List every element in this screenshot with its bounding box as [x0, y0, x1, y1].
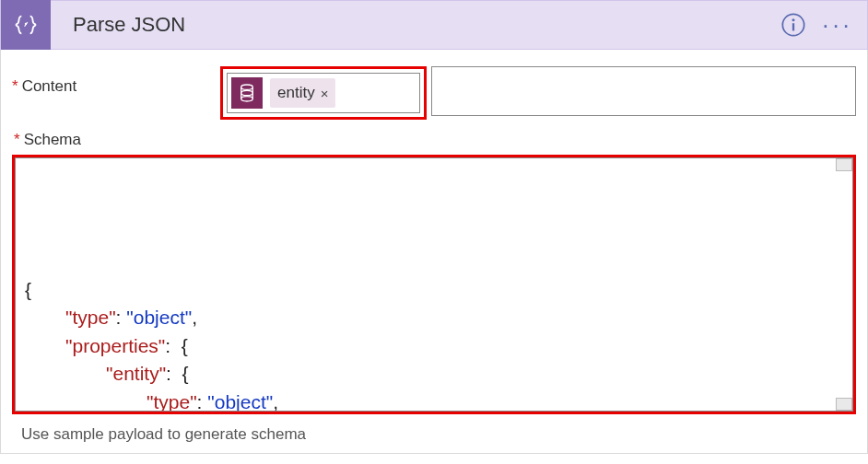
- svg-point-5: [241, 90, 253, 95]
- parse-json-icon: [1, 0, 51, 50]
- svg-point-4: [241, 85, 253, 89]
- generate-schema-link[interactable]: Use sample payload to generate schema: [12, 425, 856, 444]
- content-label: * Content: [12, 66, 220, 96]
- svg-rect-3: [792, 23, 794, 30]
- entity-token[interactable]: entity ×: [270, 78, 335, 108]
- more-menu-icon[interactable]: ···: [819, 6, 856, 43]
- info-icon[interactable]: [779, 10, 808, 40]
- action-header: Parse JSON ···: [0, 0, 868, 50]
- svg-point-2: [792, 18, 794, 21]
- action-body: * Content entity × * Schema: [0, 50, 868, 454]
- scroll-up-icon[interactable]: [836, 158, 852, 171]
- schema-editor[interactable]: {"type": "object","properties": {"entity…: [15, 157, 853, 412]
- schema-highlight: {"type": "object","properties": {"entity…: [12, 155, 856, 414]
- required-indicator: *: [12, 77, 18, 96]
- content-highlight: entity ×: [220, 66, 427, 120]
- entity-token-icon: [231, 77, 263, 109]
- svg-point-6: [241, 97, 253, 101]
- content-row: * Content entity ×: [12, 66, 856, 120]
- action-title: Parse JSON: [51, 13, 779, 37]
- scroll-down-icon[interactable]: [836, 398, 852, 411]
- content-input[interactable]: entity ×: [227, 73, 420, 113]
- required-indicator: *: [14, 131, 20, 149]
- content-input-extra[interactable]: [431, 66, 856, 116]
- schema-label: * Schema: [12, 131, 856, 149]
- remove-token-icon[interactable]: ×: [321, 86, 329, 101]
